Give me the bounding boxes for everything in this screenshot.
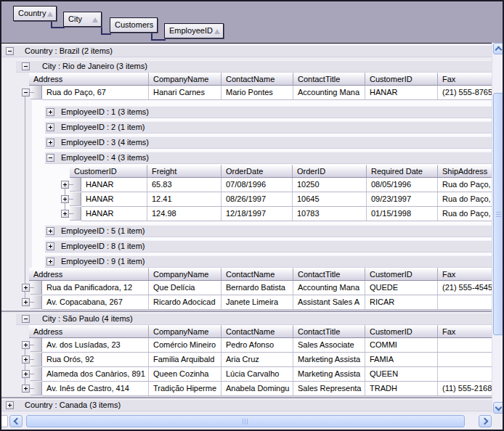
column-header-contacttitle[interactable]: ContactTitle [293, 73, 365, 86]
cell-contacttitle[interactable]: Accounting Mana [293, 86, 365, 99]
cell-contacttitle[interactable]: Sales Associate [293, 338, 365, 352]
column-header-orderdate[interactable]: OrderDate [221, 165, 293, 178]
collapse-button[interactable] [6, 47, 14, 55]
cell-address[interactable]: Av. dos Lusíadas, 23 [42, 338, 149, 352]
cell-fax[interactable]: (21) 555-4545 [438, 281, 492, 295]
cell-companyname[interactable]: Que Delícia [149, 281, 221, 295]
cell-address[interactable]: Rua Orós, 92 [42, 353, 149, 366]
column-header-fax[interactable]: Fax [438, 268, 492, 281]
column-header-fax[interactable]: Fax [438, 73, 492, 86]
cell-companyname[interactable]: Ricardo Adocicad [149, 295, 221, 309]
cell-customerid[interactable]: QUEDE [365, 281, 438, 295]
cell-customerid[interactable]: QUEEN [365, 367, 438, 381]
cell-customerid[interactable]: HANAR [365, 86, 438, 99]
cell-companyname[interactable]: Familia Arquibald [149, 353, 221, 366]
cell-contacttitle[interactable]: Assistant Sales A [293, 295, 365, 309]
cell-freight[interactable]: 65.83 [147, 178, 221, 192]
cell-companyname[interactable]: Queen Cozinha [149, 367, 221, 381]
cell-fax[interactable] [438, 367, 492, 381]
cell-address[interactable]: Rua da Panificadora, 12 [42, 281, 149, 295]
cell-contacttitle[interactable]: Accounting Mana [293, 281, 365, 295]
cell-companyname[interactable]: Tradição Hiperme [149, 382, 221, 395]
column-header-orderid[interactable]: OrderID [293, 165, 367, 178]
column-header-freight[interactable]: Freight [147, 165, 221, 178]
cell-customerid[interactable]: RICAR [365, 295, 438, 309]
cell-companyname[interactable]: Comércio Mineiro [149, 338, 221, 352]
column-header-contactname[interactable]: ContactName [221, 325, 293, 338]
column-header-companyname[interactable]: CompanyName [149, 73, 221, 86]
cell-contactname[interactable]: Pedro Afonso [221, 338, 293, 352]
column-header-contactname[interactable]: ContactName [221, 268, 293, 281]
column-header-companyname[interactable]: CompanyName [149, 268, 221, 281]
group-by-box-country[interactable]: Country [13, 6, 57, 21]
expand-button[interactable] [46, 123, 54, 131]
vertical-scroll-thumb[interactable] [493, 93, 504, 335]
column-header-customerid[interactable]: CustomerID [365, 268, 438, 281]
column-header-required-date[interactable]: Required Date [367, 165, 438, 178]
cell-fax[interactable] [438, 353, 492, 366]
expand-button[interactable] [46, 227, 54, 235]
cell-orderid[interactable]: 10645 [293, 192, 367, 206]
cell-shipaddress[interactable]: Rua do Paço, [438, 178, 492, 192]
scroll-down-button[interactable] [493, 402, 504, 414]
cell-fax[interactable]: (11) 555-2168 [438, 382, 492, 395]
collapse-button[interactable] [22, 62, 30, 70]
column-header-shipaddress[interactable]: ShipAddress [438, 165, 492, 178]
cell-contactname[interactable]: Anabela Domingu [221, 382, 293, 395]
column-header-customerid[interactable]: CustomerID [365, 325, 438, 338]
cell-address[interactable]: Alameda dos Canàrios, 891 [42, 367, 149, 381]
cell-companyname[interactable]: Hanari Carnes [149, 86, 221, 99]
cell-orderdate[interactable]: 08/26/1997 [221, 192, 293, 206]
column-header-contacttitle[interactable]: ContactTitle [293, 325, 365, 338]
cell-contactname[interactable]: Aria Cruz [221, 353, 293, 366]
cell-freight[interactable]: 124.98 [147, 207, 221, 221]
cell-fax[interactable]: (21) 555-8765 [438, 86, 492, 99]
group-by-box-city[interactable]: City [63, 12, 102, 27]
scroll-left-button[interactable] [9, 415, 23, 427]
expand-button[interactable] [22, 341, 30, 349]
vertical-scrollbar[interactable] [492, 43, 504, 414]
expand-button[interactable] [22, 356, 30, 364]
cell-address[interactable]: Rua do Paço, 67 [42, 86, 149, 99]
cell-contacttitle[interactable]: Sales Representa [293, 382, 365, 395]
cell-orderdate[interactable]: 07/08/1996 [221, 178, 293, 192]
horizontal-scrollbar[interactable] [0, 414, 492, 428]
cell-address[interactable]: Av. Copacabana, 267 [42, 295, 149, 309]
collapse-button[interactable] [46, 154, 54, 162]
expand-button[interactable] [22, 370, 30, 378]
cell-fax[interactable] [438, 338, 492, 352]
cell-orderdate[interactable]: 12/18/1997 [221, 207, 293, 221]
cell-customerid[interactable]: TRADH [365, 382, 438, 395]
cell-contacttitle[interactable]: Marketing Assista [293, 353, 365, 366]
scroll-right-button[interactable] [479, 415, 492, 427]
expand-button[interactable] [22, 298, 30, 306]
collapse-button[interactable] [22, 315, 30, 323]
expand-button[interactable] [61, 195, 69, 203]
cell-orderid[interactable]: 10250 [293, 178, 367, 192]
column-header-address[interactable]: Address [29, 268, 149, 281]
column-header-address[interactable]: Address [29, 325, 149, 338]
cell-fax[interactable] [438, 295, 492, 309]
cell-customerid[interactable]: COMMI [365, 338, 438, 352]
cell-customerid[interactable]: HANAR [81, 192, 147, 206]
cell-required-date[interactable]: 08/05/1996 [367, 178, 438, 192]
expand-button[interactable] [22, 284, 30, 292]
cell-shipaddress[interactable]: Rua do Paço, [438, 207, 492, 221]
cell-contactname[interactable]: Mario Pontes [221, 86, 293, 99]
horizontal-scroll-thumb[interactable] [26, 415, 465, 427]
cell-customerid[interactable]: HANAR [81, 207, 147, 221]
cell-contactname[interactable]: Janete Limeira [221, 295, 293, 309]
group-by-box-employeeid[interactable]: EmployeeID [164, 23, 224, 38]
collapse-button[interactable] [22, 89, 30, 97]
scroll-up-button[interactable] [493, 43, 504, 54]
column-header-address[interactable]: Address [29, 73, 149, 86]
cell-shipaddress[interactable]: Rua do Paço, [438, 192, 492, 206]
scrollbar-splitter-handle[interactable] [1, 415, 8, 427]
expand-button[interactable] [61, 181, 69, 189]
column-header-contactname[interactable]: ContactName [221, 73, 293, 86]
expand-button[interactable] [22, 385, 30, 393]
expand-button[interactable] [46, 139, 54, 147]
column-header-contacttitle[interactable]: ContactTitle [293, 268, 365, 281]
cell-orderid[interactable]: 10783 [293, 207, 367, 221]
cell-customerid[interactable]: FAMIA [365, 353, 438, 366]
